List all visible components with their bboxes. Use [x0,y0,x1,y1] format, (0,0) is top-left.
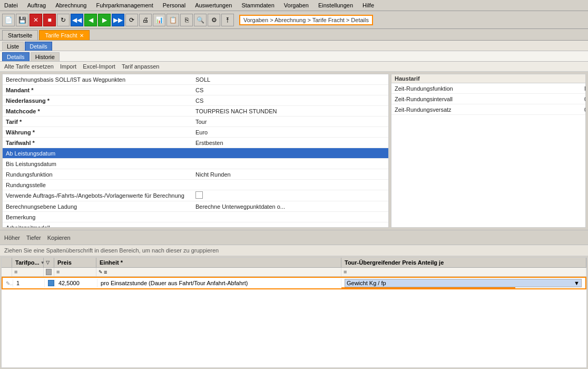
toolbar-nav-first-button[interactable]: ◀◀ [71,14,83,26]
form-label-6: Tarifwahl * [3,139,192,147]
menu-personal[interactable]: Personal [161,1,188,9]
menubar: Datei Auftrag Abrechnung Fuhrparkmanagem… [0,0,588,11]
toolbar-print-button[interactable]: 🖨 [139,14,152,26]
form-value-2: CS [192,96,388,105]
toolbar-update-button[interactable]: ⟳ [125,14,138,26]
detail-tab-bar: Details Historie [0,51,588,62]
menu-auswertungen[interactable]: Auswertungen [193,1,234,9]
right-panel-title: Haustarif [391,74,585,83]
action-tarif-anpassen[interactable]: Tarif anpassen [122,63,160,70]
form-value-10 [192,184,388,186]
menu-hilfe[interactable]: Hilfe [360,1,376,9]
form-row-4: Tarif * Tour [3,116,388,127]
detail-tab-historie[interactable]: Historie [31,52,60,61]
action-excel-import[interactable]: Excel-Import [83,63,115,70]
menu-einstellungen[interactable]: Einstellungen [316,1,355,9]
filter-eq-icon-0: = [14,269,17,275]
toolbar-search-button[interactable]: 🔍 [194,14,207,26]
toolbar-clipboard-button[interactable]: 📋 [166,14,179,26]
form-row-6: Tarifwahl * Erstbesten [3,138,388,148]
pin-button[interactable] [48,280,54,286]
toolbar-extra-button[interactable]: ⭱ [221,14,234,26]
form-value-8 [192,163,388,165]
breadcrumb: Vorgaben > Abrechnung > Tarife Fracht > … [239,15,373,25]
checkbox-vorlagenwerte[interactable] [195,191,203,199]
app-window: Datei Auftrag Abrechnung Fuhrparkmanagem… [0,0,588,369]
form-section: Berechnungsbasis SOLL/IST aus Wegpunkten… [2,74,389,228]
form-value-3: TOURPREIS NACH STUNDEN [192,107,388,115]
th-preis[interactable]: Preis [54,258,96,267]
th-anteil-label: Tour-Übergreifender Preis Anteilg je [345,259,444,266]
menu-abrechnung[interactable]: Abrechnung [53,1,89,9]
tab-close-icon[interactable]: ✕ [80,33,84,38]
toolbar-stop-button[interactable]: ■ [43,14,56,26]
form-label-4: Tarif * [3,118,192,126]
subtab-liste[interactable]: Liste [2,42,24,51]
filter-row: = = ✎ ≡ = [2,268,586,277]
form-label-8: Bis Leistungsdatum [3,160,192,168]
table-container: Tarifpo... ▼ ▽ Preis Einheit * Tour-Über… [1,257,587,368]
pin-icon[interactable] [46,269,52,275]
toolbar-nav-play-button[interactable]: ▶ [98,14,111,26]
btn-hoeher[interactable]: Höher [4,235,20,241]
th-einheit-label: Einheit * [100,259,123,266]
toolbar: 📄 💾 ✕ ■ ↻ ◀◀ ◀ ▶ ▶▶ ⟳ 🖨 📊 📋 ⎘ 🔍 ⚙ ⭱ Vorg… [0,11,588,29]
menu-vorgaben[interactable]: Vorgaben [282,1,311,9]
fc-einheit: ✎ ≡ [96,268,341,276]
toolbar-export-button[interactable]: 📊 [153,14,165,26]
detail-tab-details[interactable]: Details [2,52,30,61]
form-row-0: Berechnungsbasis SOLL/IST aus Wegpunkten… [3,74,388,85]
th-edit [2,258,12,267]
menu-fuhrparkmanagement[interactable]: Fuhrparkmanagement [94,1,155,9]
th-anteil[interactable]: Tour-Übergreifender Preis Anteilg je [341,258,586,267]
form-value-6: Erstbesten [192,139,388,147]
dc-preis: 42,5000 [55,279,97,287]
menu-auftrag[interactable]: Auftrag [25,1,48,9]
tab-tarife-fracht[interactable]: Tarife Fracht ✕ [39,30,89,40]
toolbar-save-button[interactable]: 💾 [16,14,28,26]
btn-kopieren[interactable]: Kopieren [47,235,71,241]
toolbar-delete-button[interactable]: ✕ [30,14,42,26]
th-tarifpo[interactable]: Tarifpo... ▼ ▽ [12,258,44,267]
filter-eq-icon-1: = [56,269,60,275]
th-einheit[interactable]: Einheit * [96,258,341,267]
toolbar-filter-button[interactable]: ⚙ [208,14,220,26]
dropdown-overlay: ✓ Name Gesamt km Gewicht Kg / fp Gleichm… [341,287,515,288]
toolbar-nav-prev-button[interactable]: ◀ [84,14,97,26]
right-label-1: Zeit-Rundungsintervall [391,95,581,103]
form-value-5: Euro [192,128,388,137]
btn-tiefer[interactable]: Tiefer [26,235,41,241]
dc-anteil: Gewicht Kg / fp ▼ ✓ Name Gesamt km Gewic… [341,278,585,288]
form-row-9: Rundungsfunktion Nicht Runden [3,169,388,180]
filter-edit-icon: ✎ [99,269,103,275]
form-row-7[interactable]: Ab Leistungsdatum [3,148,388,159]
form-row-1: Mandant * CS [3,85,388,95]
form-label-1: Mandant * [3,86,192,94]
right-label-2: Zeit-Rundungsversatz [391,105,581,114]
tab-tarife-fracht-label: Tarife Fracht [45,32,77,38]
fc-preis: = [54,268,96,276]
toolbar-nav-last-button[interactable]: ▶▶ [112,14,124,26]
toolbar-new-button[interactable]: 📄 [2,14,15,26]
data-row-0[interactable]: ✎ 1 42,5000 pro Einsatzstunde (Dauer aus… [2,277,586,289]
subtab-details[interactable]: Details [25,42,52,51]
action-import[interactable]: Import [60,63,76,70]
menu-stammdaten[interactable]: Stammdaten [239,1,276,9]
form-row-12: Berechnungsebene Ladung Berechne Unterwe… [3,201,388,212]
form-label-0: Berechnungsbasis SOLL/IST aus Wegpunkten [3,75,192,84]
tab-startseite[interactable]: Startseite [2,30,38,40]
form-value-7 [192,152,388,154]
toolbar-refresh-button[interactable]: ↻ [57,14,70,26]
action-alte-tarife[interactable]: Alte Tarife ersetzen [4,63,54,70]
th-tarifpo-label: Tarifpo... [15,259,40,266]
dropdown-trigger[interactable]: Gewicht Kg / fp ▼ [345,279,582,287]
menu-datei[interactable]: Datei [2,1,20,9]
form-value-11 [192,190,388,201]
upper-area: Berechnungsbasis SOLL/IST aus Wegpunkten… [0,72,588,230]
toolbar-copy-button[interactable]: ⎘ [180,14,193,26]
dc-pin [45,279,55,287]
form-row-11: Verwende Auftrags-/Fahrts-/Angebots-/Vor… [3,190,388,201]
form-label-9: Rundungsfunktion [3,170,192,179]
subtab-bar: Liste Details [0,41,588,51]
th-pin [44,258,54,267]
